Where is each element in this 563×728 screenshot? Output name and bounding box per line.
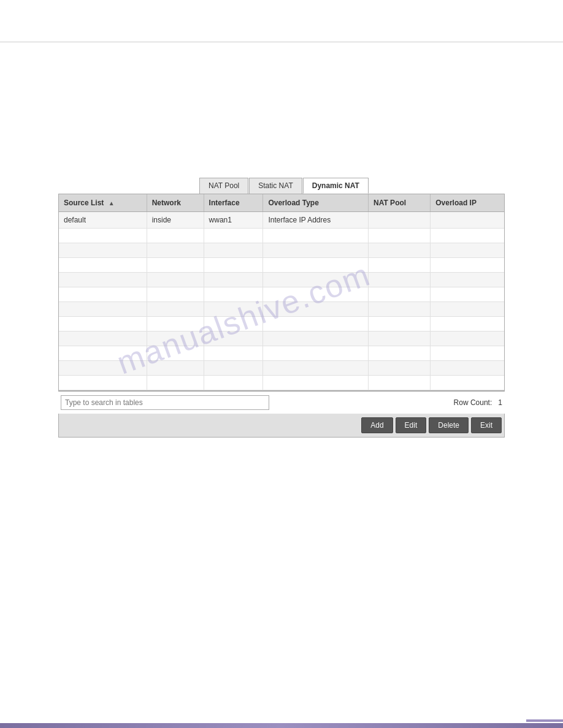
table-cell <box>431 273 504 287</box>
table-cell <box>369 302 431 317</box>
table-row[interactable] <box>59 376 504 390</box>
table-cell <box>59 332 147 346</box>
table-cell <box>204 376 263 390</box>
table-cell <box>263 287 369 302</box>
table-cell <box>431 212 504 229</box>
table-cell <box>263 273 369 287</box>
table-cell <box>204 332 263 346</box>
table-cell <box>431 243 504 258</box>
tab-static-nat[interactable]: Static NAT <box>249 178 302 194</box>
table-row[interactable] <box>59 317 504 332</box>
table-cell <box>263 258 369 273</box>
table-cell <box>263 243 369 258</box>
table-cell <box>59 317 147 332</box>
table-cell <box>369 229 431 243</box>
table-cell <box>59 346 147 361</box>
table-cell <box>369 346 431 361</box>
table-cell <box>204 287 263 302</box>
col-header-overload-ip[interactable]: Overload IP <box>431 194 504 212</box>
table-cell <box>369 212 431 229</box>
table-cell <box>204 273 263 287</box>
table-row[interactable] <box>59 287 504 302</box>
table-header-row: Source List ▲ Network Interface Overload… <box>59 194 504 212</box>
table-row[interactable] <box>59 273 504 287</box>
table-cell: inside <box>147 212 204 229</box>
bottom-bar <box>0 723 563 728</box>
table-cell: Interface IP Addres <box>263 212 369 229</box>
exit-button[interactable]: Exit <box>471 417 502 433</box>
col-header-interface[interactable]: Interface <box>204 194 263 212</box>
table-cell <box>263 346 369 361</box>
table-cell <box>204 317 263 332</box>
table-cell <box>263 332 369 346</box>
row-count: Row Count: 1 <box>454 398 502 407</box>
top-divider <box>0 42 563 42</box>
add-button[interactable]: Add <box>361 417 393 433</box>
table-row[interactable] <box>59 243 504 258</box>
table-cell <box>204 302 263 317</box>
table-row[interactable] <box>59 332 504 346</box>
table-cell <box>59 361 147 376</box>
table-row[interactable] <box>59 258 504 273</box>
table-cell <box>431 317 504 332</box>
dynamic-nat-table: Source List ▲ Network Interface Overload… <box>59 194 504 390</box>
table-row[interactable] <box>59 302 504 317</box>
table-row[interactable] <box>59 229 504 243</box>
table-row[interactable]: defaultinsidewwan1Interface IP Addres <box>59 212 504 229</box>
bottom-line <box>526 719 563 722</box>
col-header-network[interactable]: Network <box>147 194 204 212</box>
table-cell <box>263 302 369 317</box>
table-row[interactable] <box>59 361 504 376</box>
table-cell <box>431 332 504 346</box>
table-cell <box>369 332 431 346</box>
table-cell <box>431 258 504 273</box>
table-cell <box>431 287 504 302</box>
table-cell <box>59 273 147 287</box>
table-cell <box>369 287 431 302</box>
table-wrapper: Source List ▲ Network Interface Overload… <box>58 194 505 391</box>
edit-button[interactable]: Edit <box>396 417 427 433</box>
table-cell <box>204 361 263 376</box>
table-cell <box>204 229 263 243</box>
table-row[interactable] <box>59 346 504 361</box>
table-body: defaultinsidewwan1Interface IP Addres <box>59 212 504 390</box>
table-cell <box>59 229 147 243</box>
table-cell <box>147 317 204 332</box>
sort-icon: ▲ <box>109 200 115 207</box>
col-header-overload-type[interactable]: Overload Type <box>263 194 369 212</box>
table-cell <box>263 317 369 332</box>
table-cell <box>147 273 204 287</box>
tab-dynamic-nat[interactable]: Dynamic NAT <box>303 178 369 194</box>
table-cell <box>147 302 204 317</box>
table-cell <box>147 346 204 361</box>
table-cell <box>369 317 431 332</box>
table-cell: wwan1 <box>204 212 263 229</box>
table-cell <box>147 287 204 302</box>
search-input[interactable] <box>61 395 269 410</box>
col-header-nat-pool[interactable]: NAT Pool <box>369 194 431 212</box>
table-cell <box>369 273 431 287</box>
table-cell <box>59 376 147 390</box>
table-cell <box>204 243 263 258</box>
table-cell <box>59 287 147 302</box>
table-cell <box>147 258 204 273</box>
table-cell <box>431 346 504 361</box>
table-cell <box>431 302 504 317</box>
table-cell <box>59 302 147 317</box>
tabs-row: NAT Pool Static NAT Dynamic NAT <box>199 178 505 194</box>
col-header-source-list[interactable]: Source List ▲ <box>59 194 147 212</box>
table-cell <box>369 258 431 273</box>
table-cell <box>431 229 504 243</box>
delete-button[interactable]: Delete <box>429 417 469 433</box>
table-cell <box>147 243 204 258</box>
table-cell <box>263 361 369 376</box>
table-cell <box>369 243 431 258</box>
main-container: NAT Pool Static NAT Dynamic NAT Source L… <box>58 178 505 438</box>
table-cell <box>369 361 431 376</box>
table-cell <box>59 258 147 273</box>
tab-nat-pool[interactable]: NAT Pool <box>199 178 248 194</box>
table-cell <box>59 243 147 258</box>
table-cell <box>147 361 204 376</box>
action-buttons: Add Edit Delete Exit <box>58 414 505 438</box>
table-cell <box>431 376 504 390</box>
